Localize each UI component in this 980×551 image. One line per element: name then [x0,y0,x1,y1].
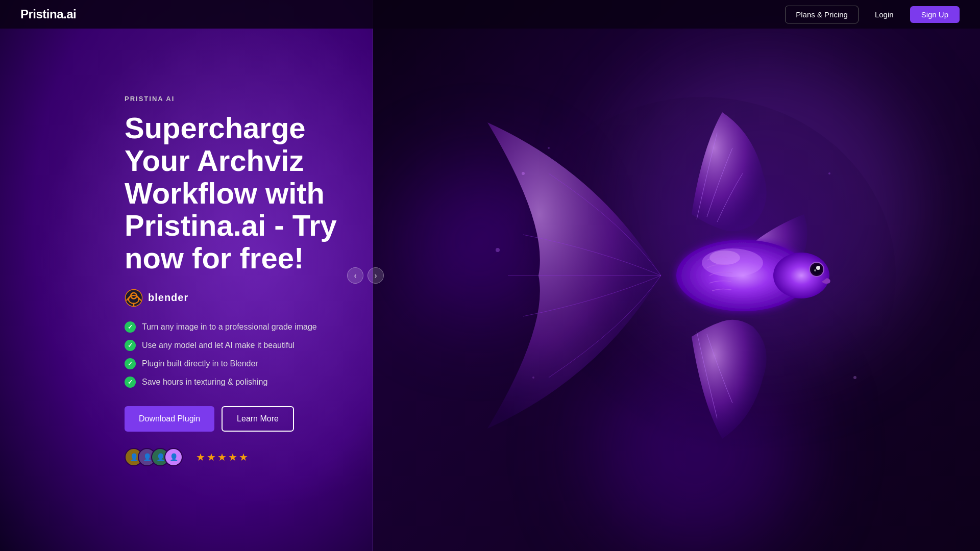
carousel-nav: ‹ › [347,267,384,284]
plans-pricing-button[interactable]: Plans & Pricing [785,6,859,23]
learn-more-button[interactable]: Learn More [222,406,294,432]
hero-content: PRISTINA AI Supercharge Your Archviz Wor… [125,95,342,466]
feature-list: ✓ Turn any image in to a professional gr… [125,321,342,388]
feature-text-2: Use any model and let AI make it beautif… [142,341,295,350]
avatar-group: 👤 👤 👤 👤 [125,448,183,466]
star-5: ★ [239,451,248,463]
signup-button[interactable]: Sign Up [910,6,960,23]
check-icon-1: ✓ [125,321,136,333]
download-plugin-button[interactable]: Download Plugin [125,406,214,432]
star-3: ★ [217,451,227,463]
feature-text-1: Turn any image in to a professional grad… [142,322,317,332]
hero-left-panel: PRISTINA AI Supercharge Your Archviz Wor… [0,0,373,551]
star-rating: ★ ★ ★ ★ ★ [196,451,248,463]
check-icon-3: ✓ [125,358,136,369]
svg-point-18 [496,248,500,252]
hero-title: Supercharge Your Archviz Workflow with P… [125,112,342,274]
blender-icon [125,289,143,307]
check-icon-2: ✓ [125,340,136,351]
svg-point-12 [812,264,822,274]
feature-item-2: ✓ Use any model and let AI make it beaut… [125,340,342,351]
brand-label: PRISTINA AI [125,95,342,103]
fish-svg [447,71,906,480]
svg-point-21 [532,377,534,379]
star-1: ★ [196,451,205,463]
blender-logo: blender [125,289,342,307]
site-header: Pristina.ai Plans & Pricing Login Sign U… [0,0,980,29]
blender-label: blender [148,292,188,304]
carousel-next-button[interactable]: › [368,267,384,284]
site-logo: Pristina.ai [20,7,76,21]
hero-section: PRISTINA AI Supercharge Your Archviz Wor… [0,0,980,551]
carousel-prev-button[interactable]: ‹ [347,267,363,284]
cta-buttons: Download Plugin Learn More [125,406,342,432]
svg-point-20 [853,376,856,379]
login-button[interactable]: Login [865,6,904,23]
feature-item-4: ✓ Save hours in texturing & polishing [125,377,342,388]
fish-illustration [373,0,980,551]
feature-item-1: ✓ Turn any image in to a professional gr… [125,321,342,333]
svg-point-16 [522,172,525,175]
avatar-4: 👤 [164,448,183,466]
logo-text: Pristina.ai [20,7,76,21]
feature-text-4: Save hours in texturing & polishing [142,378,267,387]
feature-text-3: Plugin built directly in to Blender [142,359,258,368]
svg-point-13 [816,266,820,270]
svg-point-17 [548,147,550,149]
star-2: ★ [207,451,216,463]
hero-right-panel [373,0,980,551]
feature-item-3: ✓ Plugin built directly in to Blender [125,358,342,369]
star-4: ★ [228,451,237,463]
social-proof: 👤 👤 👤 👤 ★ ★ ★ ★ ★ [125,448,342,466]
check-icon-4: ✓ [125,377,136,388]
svg-point-19 [828,172,830,174]
site-nav: Plans & Pricing Login Sign Up [785,6,960,23]
svg-point-14 [814,269,816,271]
